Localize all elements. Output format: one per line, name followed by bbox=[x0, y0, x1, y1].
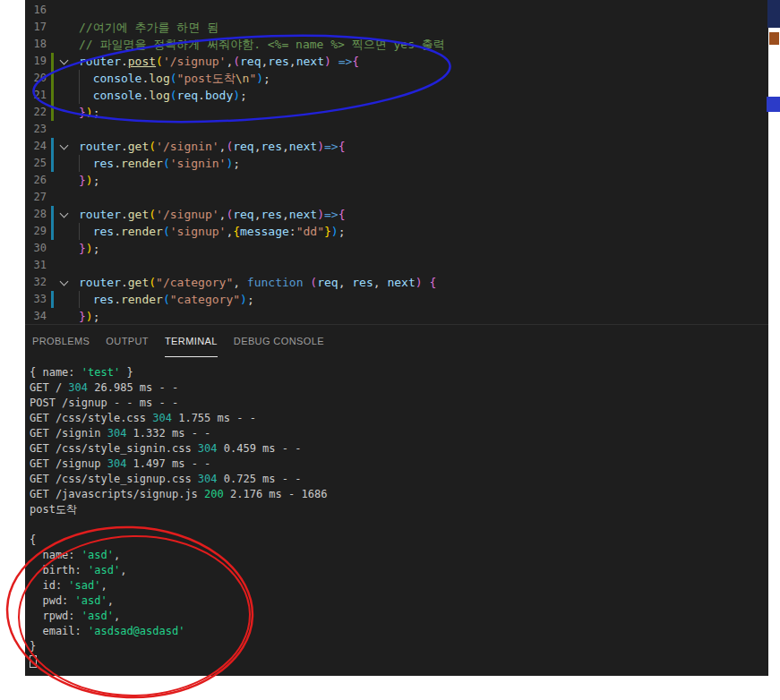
terminal-line: GET /css/style_signup.css 304 0.725 ms -… bbox=[30, 472, 768, 487]
code-line[interactable]: 21 console.log(req.body); bbox=[25, 87, 768, 104]
bottom-panel: PROBLEMSOUTPUTTERMINALDEBUG CONSOLE { na… bbox=[25, 324, 768, 676]
line-number: 27 bbox=[25, 189, 47, 206]
right-edge-mark-blue bbox=[767, 97, 780, 112]
line-number: 33 bbox=[25, 291, 47, 308]
terminal-line: birth: 'asd', bbox=[30, 563, 768, 578]
code-text: }); bbox=[79, 240, 99, 257]
code-text: router.post('/signup',(req,res,next) =>{ bbox=[79, 53, 359, 70]
panel-tab-output[interactable]: OUTPUT bbox=[106, 325, 149, 357]
terminal-line: GET /css/style_signin.css 304 0.459 ms -… bbox=[30, 441, 768, 457]
code-text: console.log("post도착\n"); bbox=[79, 70, 270, 87]
panel-tab-debug-console[interactable]: DEBUG CONSOLE bbox=[234, 325, 324, 357]
line-number: 16 bbox=[25, 2, 47, 19]
code-text: // 파일명을 정확하게 써줘야함. <%= name %> 찍으면 yes 출… bbox=[79, 36, 445, 53]
line-number: 22 bbox=[25, 104, 47, 121]
line-number: 24 bbox=[25, 138, 47, 155]
line-number: 34 bbox=[25, 308, 47, 324]
code-text: router.get('/signup',(req,res,next)=>{ bbox=[79, 206, 345, 223]
panel-tab-bar: PROBLEMSOUTPUTTERMINALDEBUG CONSOLE bbox=[25, 325, 768, 357]
right-edge-mark-orange bbox=[769, 32, 779, 45]
terminal-line: pwd: 'asd', bbox=[30, 593, 768, 609]
code-lines: 1617//여기에 추가를 하면 됨18// 파일명을 정확하게 써줘야함. <… bbox=[25, 2, 768, 324]
terminal-line bbox=[30, 517, 768, 533]
code-line[interactable]: 34}); bbox=[25, 308, 768, 324]
code-line[interactable]: 19router.post('/signup',(req,res,next) =… bbox=[25, 53, 768, 70]
code-line[interactable]: 26}); bbox=[25, 172, 768, 189]
fold-chevron-icon[interactable] bbox=[57, 53, 72, 70]
terminal-cursor bbox=[30, 655, 37, 668]
code-line[interactable]: 31 bbox=[25, 257, 768, 274]
terminal-line: rpwd: 'asd', bbox=[30, 609, 768, 624]
terminal-line: email: 'asdsad@asdasd' bbox=[30, 624, 768, 639]
code-line[interactable]: 32router.get("/category", function (req,… bbox=[25, 274, 768, 291]
panel-tab-terminal[interactable]: TERMINAL bbox=[165, 325, 218, 357]
code-line[interactable]: 28router.get('/signup',(req,res,next)=>{ bbox=[25, 206, 768, 223]
code-text: //여기에 추가를 하면 됨 bbox=[79, 19, 219, 36]
line-number: 25 bbox=[25, 155, 47, 172]
code-text: res.render('signin'); bbox=[79, 155, 240, 172]
terminal-line: POST /signup - - ms - - bbox=[30, 396, 768, 411]
code-line[interactable]: 27 bbox=[25, 189, 768, 206]
terminal-line: GET /javascripts/signup.js 200 2.176 ms … bbox=[30, 487, 768, 502]
line-number: 26 bbox=[25, 172, 47, 189]
terminal-line: id: 'sad', bbox=[30, 578, 768, 593]
git-gutter-modified-indicator bbox=[51, 291, 54, 308]
terminal-line: GET /signup 304 1.497 ms - - bbox=[30, 457, 768, 472]
code-line[interactable]: 30}); bbox=[25, 240, 768, 257]
line-number: 28 bbox=[25, 206, 47, 223]
code-text: console.log(req.body); bbox=[79, 87, 247, 104]
git-gutter-modified-indicator bbox=[51, 206, 54, 223]
code-text: }); bbox=[79, 172, 99, 189]
code-line[interactable]: 33 res.render("category"); bbox=[25, 291, 768, 308]
terminal-line: GET /css/style.css 304 1.755 ms - - bbox=[30, 411, 768, 426]
code-line[interactable]: 29 res.render('signup',{message:"dd"}); bbox=[25, 223, 768, 240]
terminal-line: } bbox=[30, 639, 768, 654]
terminal-line: GET /signin 304 1.332 ms - - bbox=[30, 426, 768, 441]
line-number: 20 bbox=[25, 70, 47, 87]
fold-chevron-icon[interactable] bbox=[57, 274, 72, 291]
line-number: 23 bbox=[25, 121, 47, 138]
line-number: 30 bbox=[25, 240, 47, 257]
terminal-line: name: 'asd', bbox=[30, 548, 768, 563]
terminal-line: { bbox=[30, 533, 768, 548]
git-gutter-modified-indicator bbox=[51, 155, 54, 172]
code-line[interactable]: 17//여기에 추가를 하면 됨 bbox=[25, 19, 768, 36]
line-number: 29 bbox=[25, 223, 47, 240]
vscode-window: 1617//여기에 추가를 하면 됨18// 파일명을 정확하게 써줘야함. <… bbox=[25, 0, 768, 676]
git-gutter-added-indicator bbox=[51, 53, 54, 70]
terminal-line: GET / 304 26.985 ms - - bbox=[30, 380, 768, 396]
terminal-output[interactable]: { name: 'test' }GET / 304 26.985 ms - -P… bbox=[25, 357, 768, 670]
git-gutter-added-indicator bbox=[51, 104, 54, 121]
git-gutter-added-indicator bbox=[51, 70, 54, 87]
terminal-line: post도착 bbox=[30, 502, 768, 517]
code-text: }); bbox=[79, 308, 99, 324]
code-line[interactable]: 24router.get('/signin',(req,res,next)=>{ bbox=[25, 138, 768, 155]
fold-chevron-icon[interactable] bbox=[57, 206, 72, 223]
code-line[interactable]: 25 res.render('signin'); bbox=[25, 155, 768, 172]
terminal-line: { name: 'test' } bbox=[30, 365, 768, 380]
code-text: router.get("/category", function (req, r… bbox=[79, 274, 436, 291]
code-text: router.get('/signin',(req,res,next)=>{ bbox=[79, 138, 345, 155]
line-number: 31 bbox=[25, 257, 47, 274]
code-text: }); bbox=[79, 104, 99, 121]
git-gutter-modified-indicator bbox=[51, 138, 54, 155]
line-number: 21 bbox=[25, 87, 47, 104]
code-line[interactable]: 20 console.log("post도착\n"); bbox=[25, 70, 768, 87]
git-gutter-added-indicator bbox=[51, 87, 54, 104]
line-number: 18 bbox=[25, 36, 47, 53]
terminal-cursor-line bbox=[30, 654, 768, 670]
code-text: res.render('signup',{message:"dd"}); bbox=[79, 223, 345, 240]
right-edge-mark-navy bbox=[767, 0, 780, 28]
line-number: 19 bbox=[25, 53, 47, 70]
code-line[interactable]: 22}); bbox=[25, 104, 768, 121]
line-number: 32 bbox=[25, 274, 47, 291]
code-line[interactable]: 23 bbox=[25, 121, 768, 138]
panel-tab-problems[interactable]: PROBLEMS bbox=[32, 325, 90, 357]
line-number: 17 bbox=[25, 19, 47, 36]
code-text: res.render("category"); bbox=[79, 291, 254, 308]
fold-chevron-icon[interactable] bbox=[57, 138, 72, 155]
git-gutter-modified-indicator bbox=[51, 223, 54, 240]
code-editor[interactable]: 1617//여기에 추가를 하면 됨18// 파일명을 정확하게 써줘야함. <… bbox=[25, 0, 768, 324]
code-line[interactable]: 16 bbox=[25, 2, 768, 19]
code-line[interactable]: 18// 파일명을 정확하게 써줘야함. <%= name %> 찍으면 yes… bbox=[25, 36, 768, 53]
